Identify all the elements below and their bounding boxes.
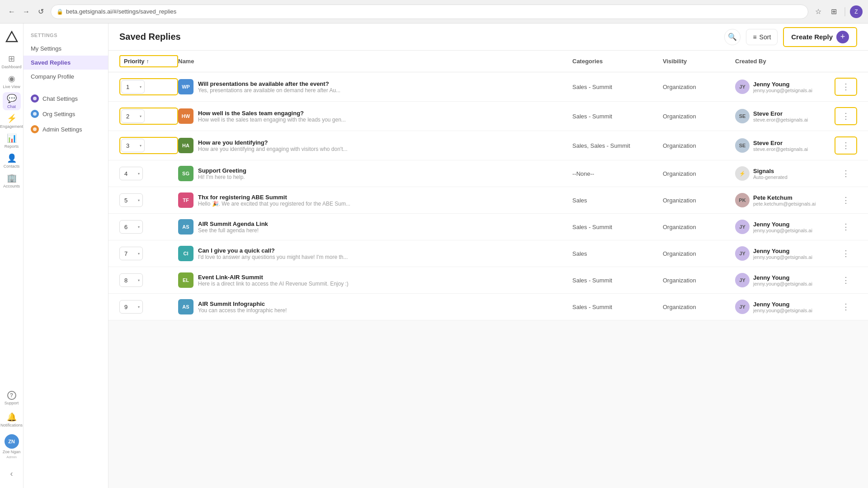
creator-email-7: jenny.young@getsignals.ai <box>753 281 812 286</box>
priority-select-6[interactable]: 7 ▾ <box>119 247 143 260</box>
kebab-button-8[interactable]: ⋮ <box>839 300 853 314</box>
creator-avatar-3: ⚡ <box>735 166 750 181</box>
contacts-icon: 👤 <box>7 153 17 163</box>
nav-item-company-profile[interactable]: Company Profile <box>24 70 108 84</box>
sidebar-label-notifications: Notifications <box>0 423 23 427</box>
sidebar-item-chat[interactable]: 💬 Chat <box>3 92 21 110</box>
priority-select-0[interactable]: 1 ▾ <box>121 80 145 94</box>
kebab-button-3[interactable]: ⋮ <box>839 167 853 180</box>
nav-item-chat-settings[interactable]: Chat Settings <box>24 91 108 106</box>
nav-sidebar: Settings My Settings Saved Replies Compa… <box>24 23 108 488</box>
reply-preview-0: Yes, presentations are available on dema… <box>198 87 340 94</box>
sort-button[interactable]: ≡ Sort <box>746 29 778 45</box>
table-row: 7 ▾ CI Can I give you a quick call? I'd … <box>108 240 868 267</box>
actions-cell-4: ⋮ <box>835 193 857 207</box>
user-avatar: ZN <box>5 434 19 449</box>
actions-cell-5: ⋮ <box>835 220 857 234</box>
refresh-button[interactable]: ↺ <box>34 5 47 18</box>
kebab-button-2[interactable]: ⋮ <box>839 139 853 152</box>
reply-name-5: AIR Summit Agenda Link <box>198 221 268 227</box>
category-cell-7: Sales - Summit <box>572 277 663 284</box>
nav-item-my-settings[interactable]: My Settings <box>24 42 108 56</box>
collapse-sidebar-button[interactable]: ‹ <box>3 465 21 483</box>
reply-avatar-3: SG <box>178 166 193 181</box>
sidebar-item-dashboard[interactable]: ⊞ Dashboard <box>3 52 21 70</box>
priority-select-7[interactable]: 8 ▾ <box>119 273 143 287</box>
nav-label-admin-settings: Admin Settings <box>42 126 82 133</box>
user-name-label: Zoe Ngan <box>3 450 21 454</box>
kebab-button-4[interactable]: ⋮ <box>839 193 853 207</box>
priority-chevron-0: ▾ <box>140 85 142 89</box>
table-rows: 1 ▾ WP Will presentations be available a… <box>108 72 868 320</box>
back-button[interactable]: ← <box>5 5 18 18</box>
url-bar[interactable]: 🔒 beta.getsignals.ai/#/settings/saved_re… <box>51 5 808 19</box>
nav-label-org-settings: Org Settings <box>42 111 75 117</box>
category-cell-0: Sales - Summit <box>572 84 663 90</box>
reply-name-8: AIR Summit Infographic <box>198 300 287 307</box>
sidebar-item-accounts[interactable]: 🏢 Accounts <box>3 172 21 190</box>
priority-select-3[interactable]: 4 ▾ <box>119 167 143 180</box>
actions-cell-0: ⋮ <box>835 78 857 96</box>
browser-profile-avatar[interactable]: Z <box>850 5 863 18</box>
create-reply-button[interactable]: Create Reply + <box>783 27 857 47</box>
sidebar-label-engagement: Engagement <box>0 124 23 129</box>
engagement-icon: ⚡ <box>7 113 17 123</box>
sidebar-item-engagement[interactable]: ⚡ Engagement <box>3 112 21 130</box>
priority-cell-1: 2 ▾ <box>119 108 178 125</box>
created-by-cell-1: SE Steve Eror steve.eror@getsignals.ai <box>735 109 835 123</box>
priority-select-8[interactable]: 9 ▾ <box>119 300 143 314</box>
creator-avatar-4: PK <box>735 193 750 207</box>
table-container: Priority ↑ Name Categories Visibility Cr… <box>108 51 868 488</box>
priority-select-4[interactable]: 5 ▾ <box>119 193 143 207</box>
bookmark-button[interactable]: ☆ <box>812 5 825 18</box>
priority-select-2[interactable]: 3 ▾ <box>121 139 145 152</box>
reply-name-7: Event Link-AIR Summit <box>198 274 349 281</box>
sidebar-item-reports[interactable]: 📊 Reports <box>3 132 21 150</box>
kebab-button-1[interactable]: ⋮ <box>839 109 853 123</box>
sidebar-item-contacts[interactable]: 👤 Contacts <box>3 152 21 170</box>
sidebar-item-live-view[interactable]: ◉ Live View <box>3 72 21 90</box>
reply-avatar-6: CI <box>178 246 193 261</box>
notifications-button[interactable]: 🔔 Notifications <box>3 411 21 429</box>
top-actions: 🔍 ≡ Sort Create Reply + <box>724 27 857 47</box>
kebab-button-7[interactable]: ⋮ <box>839 273 853 287</box>
kebab-button-6[interactable]: ⋮ <box>839 247 853 260</box>
user-profile-area[interactable]: ZN Zoe Ngan Admin <box>3 432 21 461</box>
support-button[interactable]: ? Support <box>3 389 21 407</box>
reply-avatar-7: EL <box>178 272 193 288</box>
creator-avatar-8: JY <box>735 300 750 314</box>
name-header: Name <box>178 55 572 67</box>
priority-chevron-3: ▾ <box>138 172 140 176</box>
creator-name-6: Jenny Young <box>753 248 812 254</box>
creator-email-5: jenny.young@getsignals.ai <box>753 228 812 233</box>
nav-item-saved-replies[interactable]: Saved Replies <box>24 56 108 70</box>
logo <box>4 29 20 45</box>
kebab-button-0[interactable]: ⋮ <box>839 80 853 94</box>
nav-label-saved-replies: Saved Replies <box>31 59 71 66</box>
creator-email-8: jenny.young@getsignals.ai <box>753 308 812 313</box>
name-cell-0: WP Will presentations be available after… <box>178 79 572 94</box>
main-content: Saved Replies 🔍 ≡ Sort Create Reply + <box>108 23 868 488</box>
nav-item-admin-settings[interactable]: Admin Settings <box>24 122 108 137</box>
kebab-button-5[interactable]: ⋮ <box>839 220 853 234</box>
priority-select-1[interactable]: 2 ▾ <box>121 109 145 123</box>
reply-name-3: Support Greeting <box>198 167 246 174</box>
priority-chevron-2: ▾ <box>140 144 142 148</box>
nav-item-org-settings[interactable]: Org Settings <box>24 106 108 122</box>
creator-email-2: steve.eror@getsignals.ai <box>753 146 808 152</box>
category-cell-1: Sales - Summit <box>572 113 663 120</box>
svg-marker-0 <box>6 32 17 42</box>
priority-chevron-1: ▾ <box>140 114 142 118</box>
priority-chevron-5: ▾ <box>138 225 140 229</box>
dashboard-icon: ⊞ <box>8 54 15 64</box>
visibility-cell-4: Organization <box>663 197 735 204</box>
lock-icon: 🔒 <box>57 9 63 15</box>
creator-avatar-6: JY <box>735 246 750 261</box>
search-button[interactable]: 🔍 <box>724 29 741 45</box>
category-cell-8: Sales - Summit <box>572 304 663 310</box>
reply-name-0: Will presentations be available after th… <box>198 80 340 87</box>
name-cell-1: HW How well is the Sales team engaging? … <box>178 108 572 124</box>
priority-select-5[interactable]: 6 ▾ <box>119 220 143 234</box>
forward-button[interactable]: → <box>20 5 33 18</box>
extensions-button[interactable]: ⊞ <box>827 5 840 18</box>
